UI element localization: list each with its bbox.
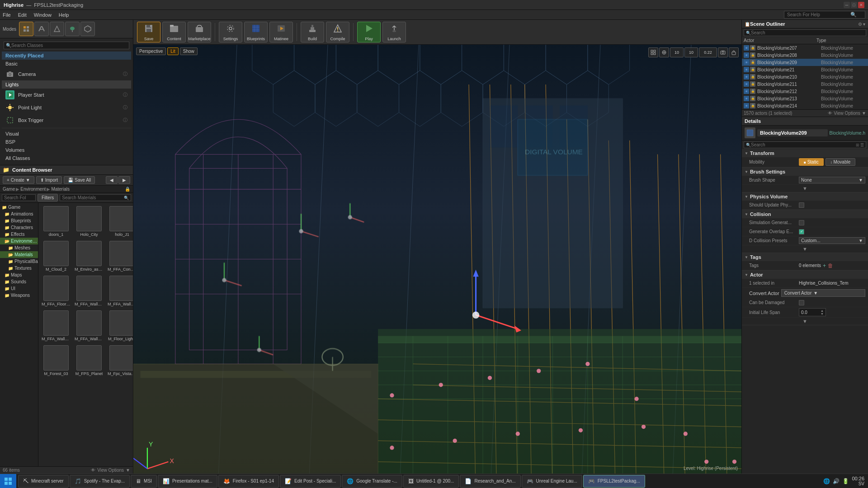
mode-landscape[interactable]	[50, 22, 64, 36]
taskbar-item-0[interactable]: ⛏Minecraft server	[18, 475, 69, 488]
build-btn[interactable]: Build	[301, 22, 324, 42]
so-actor-5[interactable]: 👁 🔒 BlockingVolume211 BlockingVolume	[742, 80, 868, 88]
cb-item-0[interactable]: doors_1	[40, 205, 72, 238]
menu-file[interactable]: File	[3, 12, 11, 18]
cb-item-16[interactable]: M_Forest_03	[40, 344, 72, 377]
transform-header[interactable]: ▼ Transform	[742, 149, 868, 157]
lit-btn[interactable]: Lit	[167, 47, 179, 55]
tree-animations[interactable]: 📁 Animations	[0, 211, 38, 217]
settings-btn[interactable]: Settings	[219, 22, 242, 42]
import-button[interactable]: ⬆ Import	[36, 176, 62, 184]
filters-button[interactable]: Filters	[38, 194, 58, 202]
taskbar-item-7[interactable]: 🖼Untitled-1 @ 200...	[403, 475, 459, 488]
place-item-box-trigger[interactable]: Box Trigger ⓘ	[2, 114, 131, 127]
save-all-button[interactable]: 💾 Save All	[64, 176, 95, 184]
menu-window[interactable]: Window	[34, 12, 52, 18]
tree-effects[interactable]: 📁 Effects	[0, 231, 38, 238]
maximize-btn[interactable]: □	[851, 2, 857, 8]
nav-fwd-btn[interactable]: ▶	[118, 176, 130, 184]
brush-settings-expand[interactable]: ▼	[802, 186, 807, 191]
player-start-info-btn[interactable]: ⓘ	[123, 92, 127, 98]
tree-meshes[interactable]: 📁 Meshes	[0, 244, 38, 251]
actor-section-header[interactable]: ▼ Actor	[742, 271, 868, 279]
taskbar-item-9[interactable]: 🎮Unreal Engine Lau...	[522, 475, 582, 488]
category-visual[interactable]: Visual	[2, 130, 131, 138]
spin-up[interactable]: ▲	[821, 309, 824, 312]
so-settings-icon[interactable]: ⚙	[858, 22, 862, 27]
path-game[interactable]: Game	[3, 187, 15, 192]
save-btn[interactable]: Save	[137, 22, 160, 42]
brush-settings-header[interactable]: ▼ Brush Settings	[742, 168, 868, 176]
tree-maps[interactable]: 📁 Maps	[0, 272, 38, 278]
so-actor-1[interactable]: 👁 🔒 BlockingVolume208 BlockingVolume	[742, 52, 868, 59]
path-lock-icon[interactable]: 🔒	[125, 187, 130, 192]
vp-tool-2[interactable]	[659, 47, 669, 57]
tags-delete-btn[interactable]: 🗑	[828, 263, 833, 269]
cb-item-5[interactable]: M_Enviro_assets_01	[73, 239, 105, 273]
tree-blueprints[interactable]: 📁 Blueprints	[0, 217, 38, 224]
cb-item-1[interactable]: Holo_City	[73, 205, 105, 238]
system-time[interactable]: 00:26 SV	[852, 476, 864, 486]
tree-ui[interactable]: 📁 UI	[0, 285, 38, 292]
tree-characters[interactable]: 📁 Characters	[0, 224, 38, 231]
category-recently-placed[interactable]: Recently Placed	[2, 52, 131, 60]
mode-paint[interactable]	[34, 22, 49, 36]
cb-item-2[interactable]: holo_J1	[106, 205, 133, 238]
launch-btn[interactable]: Launch	[382, 22, 406, 42]
place-item-player-start[interactable]: Player Start ⓘ	[2, 89, 131, 101]
view-options-btn[interactable]: 👁 View Options ▼	[91, 468, 130, 473]
tree-textures[interactable]: 📁 Textures	[0, 265, 38, 272]
spin-down[interactable]: ▼	[821, 312, 824, 315]
actor-expand[interactable]: ▼	[802, 319, 807, 324]
category-volumes[interactable]: Volumes	[2, 146, 131, 154]
taskbar-item-8[interactable]: 📄Research_and_An...	[460, 475, 520, 488]
compile-btn[interactable]: Compile	[326, 22, 349, 42]
movable-btn[interactable]: ↕ Movable	[826, 158, 856, 166]
path-materials[interactable]: Materials	[51, 187, 70, 192]
so-actor-4[interactable]: 👁 🔒 BlockingVolume210 BlockingVolume	[742, 73, 868, 80]
cb-item-13[interactable]: M_FFA_Wall_05	[73, 309, 105, 343]
so-actor-8[interactable]: 👁 🔒 BlockingVolume214 BlockingVolume	[742, 102, 868, 109]
collision-presets-dropdown[interactable]: Custom... ▼	[799, 237, 865, 244]
marketplace-btn[interactable]: Marketplace	[188, 22, 211, 42]
cb-item-10[interactable]: M_FFA_Wall_04	[106, 274, 133, 308]
so-view-options-btn[interactable]: 👁 View Options ▼	[828, 111, 866, 116]
vp-tool-scale[interactable]: 0.22	[699, 47, 717, 57]
cb-item-9[interactable]: M_FFA_Wall_01	[73, 274, 105, 308]
so-actor-0[interactable]: 👁 🔒 BlockingVolume207 BlockingVolume	[742, 44, 868, 52]
tags-header[interactable]: ▼ Tags	[742, 253, 868, 261]
vp-tool-camera[interactable]	[718, 47, 728, 57]
should-update-checkbox[interactable]	[799, 202, 804, 208]
materials-search-input[interactable]	[62, 195, 124, 200]
mode-geometry[interactable]	[80, 22, 95, 36]
taskbar-item-2[interactable]: 🖥MSI	[131, 475, 157, 488]
tags-add-btn[interactable]: +	[823, 263, 826, 269]
category-basic[interactable]: Basic	[2, 60, 131, 68]
help-search-input[interactable]	[787, 12, 850, 17]
battery-icon[interactable]: 🔋	[842, 478, 849, 484]
cb-item-12[interactable]: M_FFA_Wall_04_Brighter...	[40, 309, 72, 343]
taskbar-item-6[interactable]: 🌐Google Translate -...	[342, 475, 402, 488]
can-be-damaged-checkbox[interactable]	[799, 300, 804, 305]
cb-item-6[interactable]: M_FFA_Concrete_WallPlate...	[106, 239, 133, 273]
so-actor-3[interactable]: 👁 🔒 BlockingVolume21 BlockingVolume	[742, 66, 868, 73]
so-collapse-icon[interactable]: ▾	[863, 22, 865, 27]
tree-environment[interactable]: 📂 Environme…	[0, 238, 38, 244]
so-actor-7[interactable]: 👁 🔒 BlockingVolume213 BlockingVolume	[742, 95, 868, 102]
collision-expand[interactable]: ▼	[802, 246, 807, 252]
taskbar-item-10[interactable]: 🎮FPSLL2testPackag...	[583, 475, 645, 488]
cb-item-17[interactable]: M_FPS_Planet	[73, 344, 105, 377]
cb-item-8[interactable]: M_FFA_Floor_02_Dark	[40, 274, 72, 308]
point-light-info-btn[interactable]: ⓘ	[123, 104, 127, 111]
menu-help[interactable]: Help	[59, 12, 69, 18]
start-button[interactable]	[0, 474, 16, 488]
path-environment[interactable]: Environment	[20, 187, 46, 192]
volume-icon[interactable]: 🔊	[833, 478, 840, 484]
tree-game[interactable]: 📁 Game	[0, 204, 38, 211]
so-actor-6[interactable]: 👁 🔒 BlockingVolume212 BlockingVolume	[742, 88, 868, 95]
category-all-classes[interactable]: All Classes	[2, 154, 131, 162]
tree-weapons[interactable]: 📁 Weapons	[0, 292, 38, 299]
close-btn[interactable]: ✕	[858, 2, 864, 8]
box-trigger-info-btn[interactable]: ⓘ	[123, 117, 127, 123]
vp-tool-1[interactable]	[648, 47, 658, 57]
